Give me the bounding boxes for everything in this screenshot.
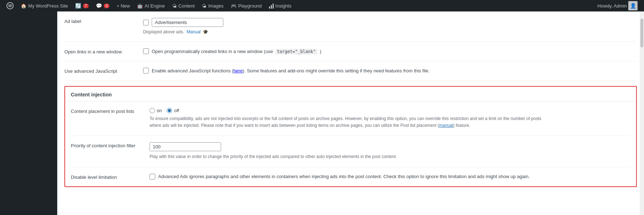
scrollbar-track[interactable] [640, 11, 644, 215]
admin-bar: W 🏠 My WordPress Site 🔄 7 💬 0 + New 🤖 AI… [0, 0, 644, 11]
placement-on-label[interactable]: on [157, 108, 162, 113]
adminbar-new[interactable]: + New [113, 0, 133, 11]
advanced-js-desc: Enable advanced JavaScript functions (he… [152, 68, 430, 73]
comments-icon: 💬 [96, 3, 102, 9]
ad-label-manual-link[interactable]: Manual [186, 29, 200, 34]
ai-engine-label: AI Engine [145, 3, 165, 9]
disable-level-checkbox[interactable] [150, 174, 155, 180]
comments-badge: 0 [104, 4, 109, 8]
scrollbar-thumb[interactable] [640, 19, 643, 47]
disable-level-desc: Advanced Ads ignores paragraphs and othe… [158, 174, 530, 179]
placement-off-option[interactable]: off [167, 108, 179, 113]
adminbar-site-name[interactable]: 🏠 My WordPress Site [17, 0, 72, 11]
adminbar-wp-logo[interactable]: W [3, 0, 17, 11]
placement-off-label[interactable]: off [174, 108, 179, 113]
ad-label-input[interactable] [152, 18, 223, 27]
svg-text:W: W [8, 4, 12, 8]
content-placement-row: Content placement in post lists on off [71, 101, 630, 136]
updates-badge: 7 [83, 4, 89, 8]
ad-label-desc-text: Displayed above ads. [143, 29, 184, 34]
ad-label-label: Ad label [64, 18, 143, 24]
adminbar-comments[interactable]: 💬 0 [92, 0, 113, 11]
priority-desc: Play with this value in order to change … [150, 153, 543, 160]
content-injection-title: Content injection [65, 87, 636, 101]
howdy-text: Howdy, Admin [597, 3, 627, 9]
placement-on-radio[interactable] [150, 108, 155, 113]
ad-label-control: Displayed above ads. Manual 🎓 [143, 18, 637, 35]
advanced-js-label: Use advanced JavaScript [64, 68, 143, 74]
adminbar-items: W 🏠 My WordPress Site 🔄 7 💬 0 + New 🤖 AI… [3, 0, 597, 11]
home-icon: 🏠 [21, 3, 26, 9]
priority-label: Priority of content injection filter [71, 142, 150, 148]
open-links-label: Open links in a new window [64, 48, 143, 54]
advanced-js-checkbox[interactable] [143, 68, 149, 73]
adminbar-right: Howdy, Admin 👤 [597, 1, 641, 10]
settings-section: Ad label Displayed above ads. Manual 🎓 O… [57, 11, 644, 81]
adminbar-insights[interactable]: Insights [265, 0, 295, 11]
sidebar [0, 11, 57, 215]
ad-label-cb-row [143, 18, 637, 27]
placement-desc: To ensure compatibility, ads are not inj… [150, 115, 543, 129]
disable-level-cb-row: Advanced Ads ignores paragraphs and othe… [150, 174, 630, 180]
adminbar-updates[interactable]: 🔄 7 [72, 0, 92, 11]
adminbar-content[interactable]: 🌤 Content [169, 0, 199, 11]
disable-level-label: Disable level limitation [71, 174, 150, 180]
ad-label-row: Ad label Displayed above ads. Manual 🎓 [64, 11, 637, 42]
ai-engine-icon: 🤖 [137, 3, 143, 9]
graduation-icon: 🎓 [203, 29, 208, 34]
open-links-cb-row: Open programmatically created links in a… [143, 48, 637, 54]
placement-off-radio[interactable] [167, 108, 172, 113]
target-blank-code: target="_blank" [275, 49, 317, 54]
ad-label-checkbox[interactable] [143, 20, 149, 25]
advanced-js-cb-row: Enable advanced JavaScript functions (he… [143, 68, 637, 73]
images-icon: 🌤 [202, 3, 206, 9]
new-label: + New [117, 3, 130, 9]
open-links-desc: Open programmatically created links in a… [152, 49, 321, 54]
manual-link-text: Manual [186, 29, 200, 34]
user-avatar[interactable]: 👤 [628, 1, 638, 10]
site-name-label: My WordPress Site [28, 3, 68, 9]
adminbar-ai-engine[interactable]: 🤖 AI Engine [133, 0, 168, 11]
open-links-checkbox[interactable] [143, 48, 149, 54]
section-inner: Content placement in post lists on off [65, 101, 636, 186]
placement-manual-link[interactable]: manual [439, 123, 453, 128]
content-area: Ad label Displayed above ads. Manual 🎓 O… [57, 11, 644, 215]
content-placement-label: Content placement in post lists [71, 108, 150, 114]
placement-on-option[interactable]: on [150, 108, 162, 113]
content-injection-section: Content injection Content placement in p… [64, 86, 637, 187]
adminbar-playground[interactable]: 🎮 Playground [227, 0, 265, 11]
content-placement-control: on off To ensure compatibility, ads are … [150, 108, 630, 129]
advanced-js-row: Use advanced JavaScript Enable advanced … [64, 61, 637, 81]
disable-level-row: Disable level limitation Advanced Ads ig… [71, 167, 630, 186]
adminbar-images[interactable]: 🌤 Images [198, 0, 227, 11]
priority-row: Priority of content injection filter Pla… [71, 136, 630, 167]
insights-icon [269, 3, 274, 9]
images-label: Images [208, 3, 224, 9]
ad-label-desc: Displayed above ads. Manual 🎓 [143, 29, 637, 35]
content-label: Content [179, 3, 195, 9]
playground-label: Playground [238, 3, 262, 9]
insights-label: Insights [275, 3, 292, 9]
priority-input[interactable] [150, 142, 221, 151]
priority-control: Play with this value in order to change … [150, 142, 630, 160]
main-wrap: Ad label Displayed above ads. Manual 🎓 O… [0, 11, 644, 215]
placement-radio-group: on off [150, 108, 630, 113]
updates-icon: 🔄 [75, 3, 81, 9]
advanced-js-link[interactable]: here [233, 68, 243, 73]
playground-icon: 🎮 [231, 3, 236, 9]
wp-logo-icon: W [6, 2, 14, 9]
advanced-js-control: Enable advanced JavaScript functions (he… [143, 68, 637, 73]
open-links-row: Open links in a new window Open programm… [64, 42, 637, 61]
open-links-control: Open programmatically created links in a… [143, 48, 637, 54]
disable-level-control: Advanced Ads ignores paragraphs and othe… [150, 174, 630, 180]
content-icon: 🌤 [172, 3, 177, 9]
